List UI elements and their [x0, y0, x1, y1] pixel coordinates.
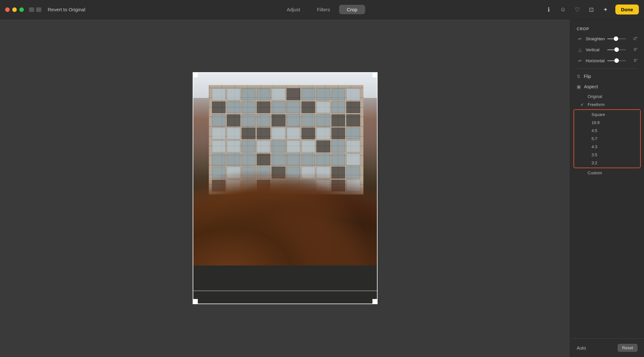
panel-title: CROP — [577, 27, 589, 31]
maximize-button[interactable] — [19, 7, 24, 12]
win-btn-2 — [36, 7, 41, 12]
aspect-item-custom-label: Custom — [588, 170, 602, 175]
aspect-item-16-9-label: 16:9 — [591, 120, 600, 125]
aspect-item-5-7[interactable]: 5:7 — [581, 135, 634, 143]
horizontal-thumb[interactable] — [614, 58, 619, 63]
vertical-track[interactable] — [607, 49, 626, 50]
titlebar: Revert to Original Adjust Filters Crop ℹ… — [0, 0, 644, 19]
vertical-value: 0° — [629, 47, 638, 52]
aspect-item-3-5-label: 3:5 — [591, 152, 597, 157]
photo-container[interactable] — [193, 72, 378, 304]
done-button[interactable]: Done — [615, 5, 639, 14]
horizontal-row: ⇌ Horizontal 0° — [577, 57, 638, 64]
divider-1 — [577, 68, 638, 69]
vertical-icon: △ — [577, 46, 583, 53]
win-btn-1 — [29, 7, 34, 12]
aspect-item-5-7-label: 5:7 — [591, 136, 597, 141]
aspect-item-4-5[interactable]: 4:5 — [581, 127, 634, 135]
aspect-item-16-9[interactable]: 16:9 — [581, 119, 634, 127]
nav-tabs: Adjust Filters Crop — [279, 5, 365, 14]
close-button[interactable] — [5, 7, 10, 12]
panel-bottom: Auto Reset — [570, 338, 644, 357]
vertical-thumb[interactable] — [614, 47, 619, 52]
main-content: CROP ⇌ Straighten -2° △ Vertical — [0, 19, 644, 357]
photo-background — [193, 72, 378, 304]
magic-icon-button[interactable]: ✦ — [601, 5, 610, 14]
titlebar-right: ℹ ☺ ♡ ⊡ ✦ Done — [544, 5, 639, 14]
horizontal-value: 0° — [629, 58, 638, 63]
traffic-lights — [5, 7, 24, 12]
flip-label: Flip — [584, 74, 591, 79]
aspect-item-3-2-label: 3:2 — [591, 160, 597, 165]
straighten-icon: ⇌ — [577, 35, 583, 42]
share-icon-button[interactable]: ☺ — [559, 5, 568, 14]
aspect-list-bottom: Custom — [570, 169, 644, 177]
aspect-list-highlighted: Square 16:9 4:5 5:7 4:3 3:5 — [573, 109, 641, 168]
right-panel: CROP ⇌ Straighten -2° △ Vertical — [570, 19, 644, 357]
panel-scroll[interactable]: ⇌ Straighten -2° △ Vertical — [570, 35, 644, 338]
aspect-item-custom[interactable]: Custom — [577, 169, 638, 177]
horizontal-icon: ⇌ — [577, 57, 583, 64]
vertical-row: △ Vertical 0° — [577, 46, 638, 53]
road-layer — [193, 265, 378, 304]
straighten-thumb[interactable] — [614, 36, 618, 41]
trees-layer — [193, 169, 378, 272]
aspect-item-freeform[interactable]: Freeform — [577, 101, 638, 109]
panel-header: CROP — [570, 19, 644, 35]
reset-button[interactable]: Reset — [618, 344, 638, 352]
flip-icon: ⇅ — [577, 74, 581, 79]
aspect-row: ▣ Aspect — [570, 84, 644, 89]
straighten-row: ⇌ Straighten -2° — [577, 35, 638, 42]
aspect-list-highlighted-items: Square 16:9 4:5 5:7 4:3 3:5 — [574, 111, 640, 167]
aspect-item-original[interactable]: Original — [577, 92, 638, 101]
window-controls — [29, 7, 41, 12]
straighten-value: -2° — [629, 36, 638, 41]
tab-crop[interactable]: Crop — [339, 5, 365, 14]
straighten-label: Straighten — [586, 36, 605, 41]
heart-icon-button[interactable]: ♡ — [573, 5, 582, 14]
aspect-item-4-3[interactable]: 4:3 — [581, 143, 634, 151]
aspect-item-4-5-label: 4:5 — [591, 128, 597, 133]
auto-button[interactable]: Auto — [577, 344, 586, 352]
flip-row[interactable]: ⇅ Flip — [570, 74, 644, 79]
straighten-track[interactable] — [607, 38, 626, 39]
vertical-label: Vertical — [586, 47, 605, 52]
aspect-item-square-label: Square — [591, 112, 605, 117]
tab-adjust[interactable]: Adjust — [279, 5, 308, 14]
sliders-section: ⇌ Straighten -2° △ Vertical — [570, 35, 644, 64]
aspect-item-3-2[interactable]: 3:2 — [581, 159, 634, 167]
info-icon-button[interactable]: ℹ — [544, 5, 553, 14]
horizontal-track[interactable] — [607, 60, 626, 61]
crop-icon-button[interactable]: ⊡ — [587, 5, 596, 14]
aspect-item-freeform-label: Freeform — [588, 102, 605, 107]
aspect-item-4-3-label: 4:3 — [591, 144, 597, 149]
aspect-icon: ▣ — [577, 84, 581, 89]
aspect-label: Aspect — [584, 84, 598, 89]
aspect-list: Original Freeform — [570, 92, 644, 109]
aspect-item-original-label: Original — [588, 94, 602, 99]
aspect-item-3-5[interactable]: 3:5 — [581, 151, 634, 159]
tab-filters[interactable]: Filters — [309, 5, 338, 14]
aspect-item-square[interactable]: Square — [581, 111, 634, 119]
minimize-button[interactable] — [12, 7, 17, 12]
canvas-area — [0, 19, 570, 357]
revert-button[interactable]: Revert to Original — [48, 7, 85, 12]
horizontal-label: Horizontal — [586, 58, 605, 63]
